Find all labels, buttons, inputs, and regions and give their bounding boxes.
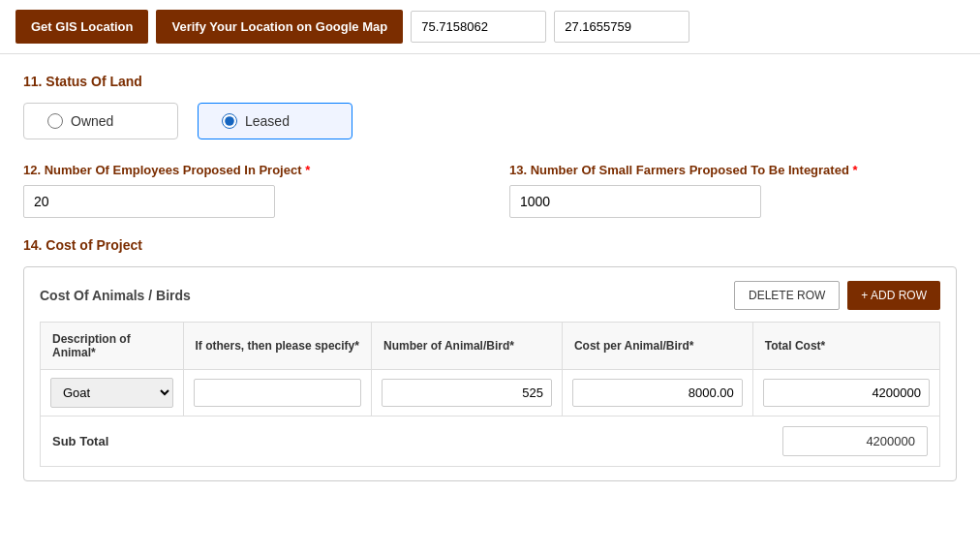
cost-cell <box>562 370 752 416</box>
section13-label: 13. Number Of Small Farmers Proposed To … <box>509 163 957 177</box>
table-header-row: Description of Animal* If others, then p… <box>41 323 940 370</box>
specify-input[interactable] <box>194 379 362 407</box>
longitude-input[interactable] <box>411 11 546 43</box>
leased-option[interactable]: Leased <box>198 103 352 139</box>
leased-label: Leased <box>245 113 290 129</box>
content-area: 11. Status Of Land Owned Leased 12. Numb… <box>0 54 980 501</box>
owned-option[interactable]: Owned <box>23 103 178 139</box>
page-wrapper: Get GIS Location Verify Your Location on… <box>0 0 980 555</box>
table-head: Description of Animal* If others, then p… <box>41 323 940 370</box>
total-cell <box>752 370 939 416</box>
col-header-total: Total Cost* <box>752 323 939 370</box>
cost-card-actions: DELETE ROW + ADD ROW <box>734 281 940 310</box>
latitude-input[interactable] <box>554 11 689 43</box>
cost-input[interactable] <box>572 379 743 407</box>
top-bar: Get GIS Location Verify Your Location on… <box>0 0 980 54</box>
col-header-description: Description of Animal* <box>41 323 184 370</box>
table-row: Goat Cow Buffalo Sheep Other <box>41 370 940 416</box>
col-header-cost: Cost per Animal/Bird* <box>562 323 752 370</box>
leased-radio[interactable] <box>222 113 237 129</box>
section14-label: 14. Cost of Project <box>23 237 957 253</box>
subtotal-value: 4200000 <box>782 426 928 456</box>
land-status-radio-group: Owned Leased <box>23 103 957 139</box>
owned-label: Owned <box>71 113 113 129</box>
col-header-specify: If others, then please specify* <box>183 323 372 370</box>
gis-location-button[interactable]: Get GIS Location <box>15 10 148 44</box>
field-group-12: 12. Number Of Employees Proposed In Proj… <box>23 163 471 218</box>
cost-card-title: Cost Of Animals / Birds <box>40 288 191 303</box>
subtotal-label: Sub Total <box>52 434 108 448</box>
delete-row-button[interactable]: DELETE ROW <box>734 281 840 310</box>
cost-card-header: Cost Of Animals / Birds DELETE ROW + ADD… <box>40 281 940 310</box>
specify-cell <box>183 370 372 416</box>
owned-radio[interactable] <box>47 113 63 129</box>
subtotal-row: Sub Total 4200000 <box>40 416 940 467</box>
section12-label: 12. Number Of Employees Proposed In Proj… <box>23 163 471 177</box>
cost-card: Cost Of Animals / Birds DELETE ROW + ADD… <box>23 266 957 481</box>
total-input[interactable] <box>763 379 930 407</box>
animals-table: Description of Animal* If others, then p… <box>40 322 940 416</box>
fields-row-12-13: 12. Number Of Employees Proposed In Proj… <box>23 163 957 218</box>
col-header-number: Number of Animal/Bird* <box>372 323 563 370</box>
description-cell: Goat Cow Buffalo Sheep Other <box>41 370 184 416</box>
employees-input[interactable] <box>23 185 275 218</box>
number-cell <box>372 370 563 416</box>
verify-location-button[interactable]: Verify Your Location on Google Map <box>156 10 403 44</box>
field-group-13: 13. Number Of Small Farmers Proposed To … <box>509 163 957 218</box>
description-select[interactable]: Goat Cow Buffalo Sheep Other <box>50 378 173 408</box>
small-farmers-input[interactable] <box>509 185 761 218</box>
section11-label: 11. Status Of Land <box>23 74 957 89</box>
table-body: Goat Cow Buffalo Sheep Other <box>41 370 940 416</box>
number-input[interactable] <box>382 379 552 407</box>
add-row-button[interactable]: + ADD ROW <box>847 281 940 310</box>
